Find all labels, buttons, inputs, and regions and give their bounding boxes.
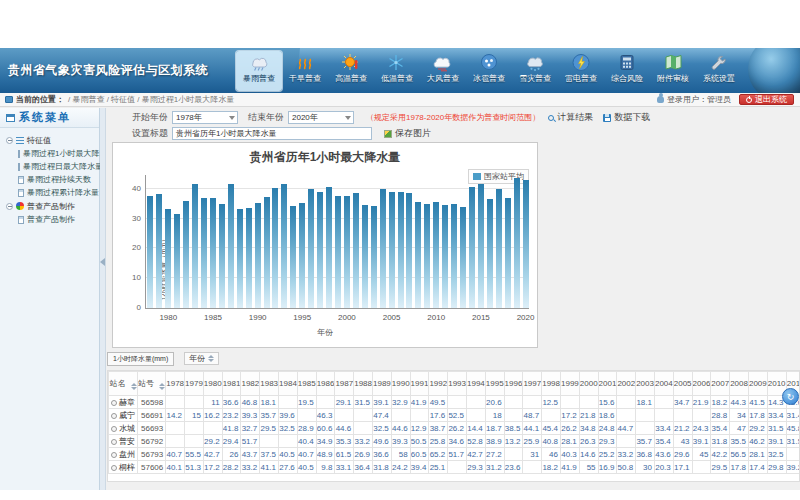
row-radio[interactable]	[111, 439, 117, 445]
col-header-station-name[interactable]: 站名	[109, 372, 138, 396]
bar-1999[interactable]	[335, 196, 341, 308]
floating-widget-icon[interactable]: ↻	[782, 388, 799, 405]
bar-2004[interactable]	[380, 189, 386, 308]
tree-toggle-icon[interactable]	[6, 137, 13, 144]
data-download-button[interactable]: 数据下载	[603, 111, 650, 124]
bar-1994[interactable]	[290, 206, 296, 308]
nav-item-wind[interactable]: 大风普查	[420, 51, 466, 91]
end-year-select[interactable]: 2020年	[288, 111, 354, 124]
sidebar-group[interactable]: 特征值	[4, 133, 99, 147]
bar-2016[interactable]	[487, 199, 493, 308]
bar-2015[interactable]	[478, 184, 484, 308]
col-header-year-2005[interactable]: 2005	[673, 372, 692, 396]
sidebar-group[interactable]: 普查产品制作	[4, 199, 99, 213]
bar-2009[interactable]	[424, 204, 430, 308]
year-sort-control[interactable]: 年份	[184, 352, 219, 365]
bar-1984[interactable]	[201, 198, 207, 308]
bar-2011[interactable]	[442, 205, 448, 308]
col-header-year-2002[interactable]: 2002	[617, 372, 636, 396]
bar-2018[interactable]	[505, 198, 511, 308]
bar-2014[interactable]	[469, 187, 475, 308]
bar-2008[interactable]	[415, 202, 421, 308]
bar-1979[interactable]	[156, 194, 162, 308]
row-radio[interactable]	[111, 465, 117, 471]
col-header-year-1986[interactable]: 1986	[316, 372, 335, 396]
row-radio[interactable]	[111, 426, 117, 432]
start-year-select[interactable]: 1978年	[172, 111, 238, 124]
col-header-year-1987[interactable]: 1987	[335, 372, 354, 396]
sidebar-item[interactable]: 暴雨过程持续天数	[4, 173, 99, 186]
bar-1993[interactable]	[281, 184, 287, 308]
col-header-year-1984[interactable]: 1984	[279, 372, 298, 396]
bar-2012[interactable]	[451, 204, 457, 308]
col-header-year-1983[interactable]: 1983	[260, 372, 279, 396]
col-header-year-2006[interactable]: 2006	[692, 372, 711, 396]
col-header-year-1982[interactable]: 1982	[241, 372, 260, 396]
tab-hourly-precip[interactable]: 1小时降水量(mm)	[107, 352, 174, 366]
col-header-year-1995[interactable]: 1995	[485, 372, 504, 396]
bar-2017[interactable]	[496, 189, 502, 308]
row-radio[interactable]	[111, 413, 117, 419]
bar-2002[interactable]	[362, 205, 368, 308]
tree-toggle-icon[interactable]	[6, 203, 13, 210]
bar-1991[interactable]	[264, 197, 270, 308]
bar-2000[interactable]	[344, 196, 350, 308]
sidebar-item[interactable]: 暴雨过程1小时最大降水量	[4, 147, 99, 160]
row-radio[interactable]	[111, 452, 117, 458]
bar-1995[interactable]	[299, 203, 305, 308]
bar-2020[interactable]	[523, 180, 529, 308]
nav-item-lightning[interactable]: 雷电普查	[558, 51, 604, 91]
col-header-year-1999[interactable]: 1999	[560, 372, 579, 396]
calc-result-button[interactable]: 计算结果	[548, 111, 593, 124]
bar-1998[interactable]	[326, 187, 332, 308]
bar-1992[interactable]	[272, 188, 278, 308]
col-header-year-1990[interactable]: 1990	[391, 372, 410, 396]
nav-item-settings[interactable]: 系统设置	[696, 51, 742, 91]
nav-item-cold[interactable]: 低温普查	[374, 51, 420, 91]
bar-1988[interactable]	[237, 209, 243, 308]
bar-2010[interactable]	[433, 202, 439, 308]
col-header-year-2008[interactable]: 2008	[730, 372, 749, 396]
logout-button[interactable]: 退出系统	[739, 94, 794, 105]
bar-2019[interactable]	[514, 178, 520, 308]
sidebar-item[interactable]: 暴雨过程日最大降水量	[4, 160, 99, 173]
bar-1990[interactable]	[255, 203, 261, 308]
bar-1980[interactable]	[165, 209, 171, 308]
bar-2001[interactable]	[353, 193, 359, 308]
bar-1997[interactable]	[317, 192, 323, 308]
bar-1989[interactable]	[246, 208, 252, 308]
bar-1985[interactable]	[210, 198, 216, 308]
nav-item-heat[interactable]: 高温普查	[328, 51, 374, 91]
nav-item-drought[interactable]: 干旱普查	[282, 51, 328, 91]
col-header-year-1997[interactable]: 1997	[523, 372, 542, 396]
col-header-year-1985[interactable]: 1985	[297, 372, 316, 396]
bar-2007[interactable]	[406, 193, 412, 308]
bar-1978[interactable]	[147, 196, 153, 308]
col-header-year-2000[interactable]: 2000	[579, 372, 598, 396]
nav-item-hail[interactable]: 冰雹普查	[466, 51, 512, 91]
col-header-year-1996[interactable]: 1996	[504, 372, 523, 396]
chart-title-input[interactable]: 贵州省历年1小时最大降水量	[172, 127, 372, 140]
bar-2013[interactable]	[460, 207, 466, 308]
col-header-year-1980[interactable]: 1980	[203, 372, 222, 396]
bar-1982[interactable]	[183, 201, 189, 308]
sidebar-item[interactable]: 普查产品制作	[4, 213, 99, 226]
nav-item-rainstorm[interactable]: 暴雨普查	[236, 51, 282, 91]
nav-item-risk[interactable]: 综合风险	[604, 51, 650, 91]
bar-1987[interactable]	[228, 184, 234, 308]
col-header-year-2003[interactable]: 2003	[636, 372, 655, 396]
col-header-station-id[interactable]: 站号	[138, 372, 166, 396]
bar-1996[interactable]	[308, 189, 314, 308]
col-header-year-2004[interactable]: 2004	[654, 372, 673, 396]
bar-1986[interactable]	[219, 204, 225, 308]
col-header-year-1993[interactable]: 1993	[448, 372, 467, 396]
nav-item-review[interactable]: 附件审核	[650, 51, 696, 91]
col-header-year-1978[interactable]: 1978	[166, 372, 185, 396]
col-header-year-2009[interactable]: 2009	[748, 372, 767, 396]
bar-1981[interactable]	[174, 214, 180, 308]
collapse-arrow-icon[interactable]	[100, 258, 105, 266]
col-header-year-2007[interactable]: 2007	[711, 372, 730, 396]
col-header-year-1989[interactable]: 1989	[373, 372, 392, 396]
bar-2005[interactable]	[389, 192, 395, 308]
bar-2003[interactable]	[371, 206, 377, 308]
